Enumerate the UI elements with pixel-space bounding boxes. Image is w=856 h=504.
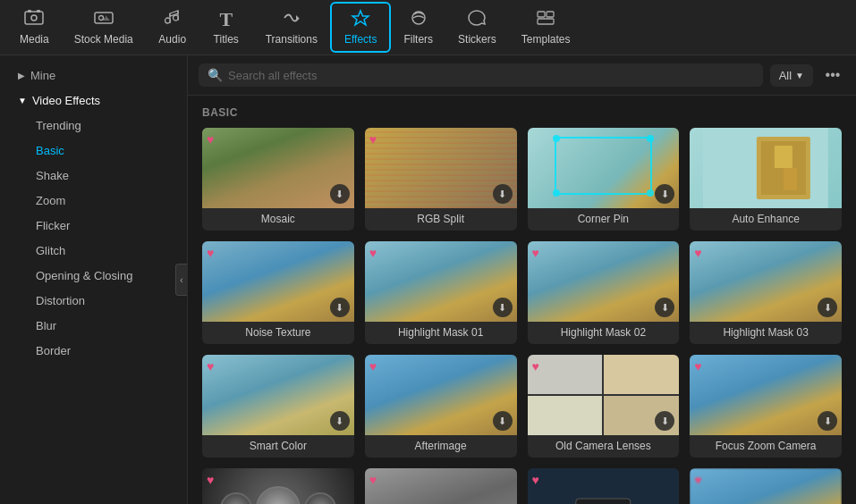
sidebar-item-flicker[interactable]: Flicker (4, 214, 183, 238)
sidebar-item-glitch[interactable]: Glitch (4, 239, 183, 263)
sidebar-item-shake[interactable]: Shake (4, 164, 183, 188)
favorite-icon: ♥ (369, 246, 377, 260)
effect-thumb-oldcamera: ♥ ⬇ (528, 355, 680, 435)
sidebar-item-border[interactable]: Border (4, 339, 183, 363)
filter-chevron-icon: ▼ (795, 71, 804, 80)
download-button[interactable]: ⬇ (818, 298, 837, 317)
effect-card-mosaic[interactable]: ♥ ⬇ Mosaic (202, 128, 354, 231)
effect-card-focus-zoom[interactable]: ♥ ⬇ Focus Zoom Camera (690, 355, 842, 458)
favorite-icon: ♥ (369, 473, 377, 487)
search-input-wrap[interactable]: 🔍 (199, 63, 763, 87)
svg-rect-14 (547, 12, 554, 17)
more-dots-icon: ••• (826, 67, 841, 83)
effect-name: Highlight Mask 01 (365, 322, 517, 344)
effect-card-noise-texture[interactable]: ♥ ⬇ Noise Texture (202, 241, 354, 344)
effect-name: RGB Split (365, 208, 517, 231)
effect-thumb-mosaic: ♥ ⬇ (202, 128, 354, 208)
effect-name: Auto Enhance (690, 208, 842, 231)
effect-card-highlight-03[interactable]: ♥ ⬇ Highlight Mask 03 (690, 241, 842, 344)
section-label: BASIC (202, 106, 842, 119)
more-options-button[interactable]: ••• (820, 63, 845, 88)
toolbar-transitions-label: Transitions (266, 33, 318, 46)
effect-name: Highlight Mask 03 (690, 322, 842, 344)
download-button[interactable]: ⬇ (655, 298, 674, 317)
sidebar-item-blur-label: Blur (36, 319, 56, 332)
sidebar-collapse-button[interactable]: ‹ (175, 264, 188, 296)
sidebar-item-trending[interactable]: Trending (4, 113, 183, 138)
toolbar-templates[interactable]: Templates (509, 4, 583, 51)
favorite-icon: ♥ (694, 473, 701, 487)
favorite-icon: ♥ (207, 359, 214, 374)
titles-icon: T (219, 10, 233, 29)
effect-thumb-lowfps: FPS 12 ♥ ⬇ (528, 468, 680, 504)
effect-name: Smart Color (202, 435, 354, 458)
toolbar-transitions[interactable]: Transitions (253, 4, 330, 51)
effect-card-low-fps-blur[interactable]: ♥ ⬇ Low FPS Blur (690, 468, 842, 504)
download-button[interactable]: ⬇ (330, 298, 350, 317)
toolbar-stickers[interactable]: Stickers (445, 4, 509, 51)
effect-name: Old Camera Lenses (528, 435, 680, 458)
filter-label: All (779, 69, 792, 82)
chevron-down-icon: ▼ (18, 96, 27, 105)
download-button[interactable]: ⬇ (655, 184, 674, 204)
download-button[interactable]: ⬇ (330, 411, 350, 431)
svg-rect-13 (538, 12, 545, 17)
toolbar-effects-label: Effects (344, 33, 377, 46)
svg-rect-19 (775, 146, 792, 168)
favorite-icon: ♥ (694, 246, 701, 260)
svg-rect-2 (37, 10, 40, 13)
effect-card-low-fps[interactable]: FPS 12 ♥ ⬇ Low FPS (528, 468, 680, 504)
effect-card-surface-blur[interactable]: ♥ ⬇ Surface Blur (365, 468, 517, 504)
sidebar-item-opening-closing[interactable]: Opening & Closing (4, 264, 183, 288)
effect-card-afterimage[interactable]: ♥ ⬇ Afterimage (365, 355, 517, 458)
effect-card-smart-color[interactable]: ♥ ⬇ Smart Color (202, 355, 354, 458)
effect-thumb-highlight01: ♥ ⬇ (365, 241, 517, 322)
favorite-icon: ♥ (694, 359, 701, 374)
sidebar-item-zoom[interactable]: Zoom (4, 189, 183, 213)
toolbar-stockmedia[interactable]: Stock Media (62, 4, 146, 51)
effect-name: Noise Texture (202, 322, 354, 344)
effect-name: Mosaic (202, 208, 354, 231)
svg-point-3 (31, 15, 37, 21)
download-button[interactable]: ⬇ (818, 411, 837, 431)
effect-card-circular[interactable]: ♥ ⬇ Circular Multi-screen (202, 468, 354, 504)
effects-grid: ♥ ⬇ Mosaic ♥ ⬇ RGB Split (202, 128, 842, 504)
sidebar-item-basic[interactable]: Basic (4, 139, 183, 163)
sidebar-item-distortion[interactable]: Distortion (4, 289, 183, 313)
download-button[interactable]: ⬇ (493, 184, 513, 204)
sidebar-item-basic-label: Basic (36, 144, 64, 157)
sidebar-item-flicker-label: Flicker (36, 219, 70, 232)
main-area: ▶ Mine ▼ Video Effects Trending Basic Sh… (0, 55, 856, 504)
search-input[interactable] (228, 69, 754, 82)
toolbar-filters[interactable]: Filters (391, 4, 445, 51)
sidebar-item-blur[interactable]: Blur (4, 314, 183, 338)
transitions-icon (282, 9, 301, 29)
effect-card-auto-enhance[interactable]: Auto Enhance (690, 128, 842, 231)
effect-card-old-camera[interactable]: ♥ ⬇ Old Camera Lenses (528, 355, 680, 458)
effect-card-highlight-02[interactable]: ♥ ⬇ Highlight Mask 02 (528, 241, 680, 344)
effect-card-rgb-split[interactable]: ♥ ⬇ RGB Split (365, 128, 517, 231)
download-button[interactable]: ⬇ (330, 184, 350, 204)
effect-card-corner-pin[interactable]: ⬇ Corner Pin (528, 128, 680, 231)
download-button[interactable]: ⬇ (493, 411, 513, 431)
favorite-icon: ♥ (532, 473, 539, 487)
toolbar-effects[interactable]: Effects (330, 2, 391, 53)
sidebar-item-shake-label: Shake (36, 169, 69, 182)
download-button[interactable]: ⬇ (493, 298, 513, 317)
sidebar-video-effects[interactable]: ▼ Video Effects (4, 88, 183, 113)
toolbar-media[interactable]: Media (7, 4, 62, 51)
favorite-icon: ♥ (207, 246, 214, 260)
effect-thumb-surfaceblur: ♥ ⬇ (365, 468, 517, 504)
effect-thumb-lowfpsblur: ♥ ⬇ (690, 468, 842, 504)
toolbar-titles[interactable]: T Titles (199, 4, 253, 51)
search-icon: 🔍 (208, 68, 223, 82)
effect-card-highlight-01[interactable]: ♥ ⬇ Highlight Mask 01 (365, 241, 517, 344)
toolbar-audio-label: Audio (158, 33, 186, 46)
sidebar-mine[interactable]: ▶ Mine (4, 63, 183, 88)
effect-thumb-afterimage: ♥ ⬇ (365, 355, 517, 435)
toolbar: Media Stock Media Audio T Titles Transit… (0, 0, 856, 55)
toolbar-stockmedia-label: Stock Media (74, 33, 133, 46)
effect-thumb-highlight03: ♥ ⬇ (690, 241, 842, 322)
toolbar-audio[interactable]: Audio (146, 4, 199, 51)
search-filter-dropdown[interactable]: All ▼ (770, 64, 813, 87)
